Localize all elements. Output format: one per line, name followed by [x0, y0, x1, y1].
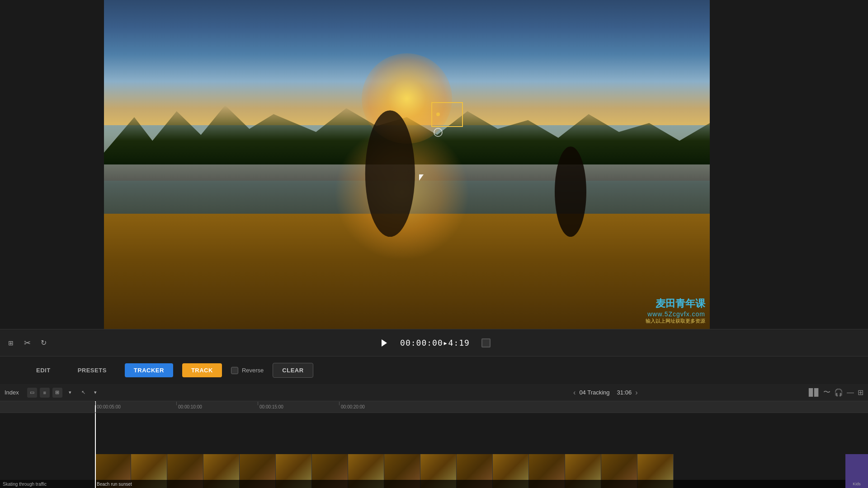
- ruler-mark-1: 00:00:10:00: [176, 404, 258, 409]
- reverse-checkbox[interactable]: [231, 367, 238, 374]
- right-panel: [710, 0, 868, 329]
- tab-tracker[interactable]: TRACKER: [125, 363, 173, 377]
- trim-icon[interactable]: ✂: [21, 337, 33, 349]
- timeline-header: Index ▭ ≡ ⊞ ▾ ↖ ▾ ‹ 04 Tracking 31:06 ›: [0, 384, 868, 401]
- audio-waveform-icon[interactable]: 〜: [823, 388, 830, 397]
- timeline-nav-inner: ‹ 04 Tracking 31:06 ›: [573, 389, 637, 397]
- clip-left-text: Skating through traffic: [3, 482, 47, 487]
- project-duration: 31:06: [617, 389, 632, 396]
- timeline-split-icon[interactable]: ⊞: [52, 388, 62, 398]
- next-page-icon[interactable]: ›: [635, 389, 637, 397]
- toolbar-left: ⊞ ✂ ↻: [5, 337, 50, 349]
- clip-left-label: Skating through traffic: [0, 480, 95, 488]
- controls-panel: EDIT PRESETS TRACKER TRACK Reverse CLEAR: [0, 356, 868, 384]
- bottom-toolbar: ⊞ ✂ ↻ 00:00:00▸4:19: [0, 329, 868, 356]
- app-container: 麦田青年课 www.5Zcgvfx.com 输入以上网址获取更多资源 ⊞ ✂ ↻…: [0, 0, 868, 488]
- tracker-box[interactable]: [431, 102, 463, 127]
- kids-clip-label: Kids: [853, 482, 861, 486]
- grid-icon[interactable]: ⊞: [858, 388, 863, 397]
- prev-page-icon[interactable]: ‹: [573, 389, 576, 397]
- timeline-header-left: Index ▭ ≡ ⊞ ▾ ↖ ▾: [5, 388, 402, 398]
- timeline-ruler: 00:00:05:00 00:00:10:00 00:00:15:00 00:0…: [0, 401, 868, 413]
- reverse-container: Reverse: [231, 367, 264, 374]
- timeline-right-icons: ▊▊ 〜 🎧 — ⊞: [809, 388, 863, 397]
- divider-icon: —: [847, 389, 854, 397]
- video-frame: 麦田青年课 www.5Zcgvfx.com 输入以上网址获取更多资源: [104, 0, 710, 329]
- film-strip-label: Beach run sunset: [95, 480, 868, 488]
- ruler-mark-3: 00:00:20:00: [339, 404, 420, 409]
- timeline-tracks: Skating through traffic Beach run sunset…: [0, 413, 868, 488]
- timeline-clip-icon[interactable]: ▭: [27, 388, 37, 398]
- clear-button[interactable]: CLEAR: [273, 363, 313, 378]
- project-name: 04 Tracking: [579, 389, 609, 396]
- reverse-label: Reverse: [242, 367, 264, 374]
- rotate-icon[interactable]: ↻: [37, 337, 50, 349]
- tab-edit[interactable]: EDIT: [27, 363, 60, 377]
- timeline-layer-icon[interactable]: ≡: [40, 388, 50, 398]
- video-area: 麦田青年课 www.5Zcgvfx.com 输入以上网址获取更多资源: [104, 0, 710, 329]
- scene-ground: [104, 214, 710, 329]
- tracker-search-ring: [434, 128, 443, 137]
- timecode-frame: 4:19: [448, 338, 470, 347]
- timecode-text: 00:00:00▸: [400, 338, 448, 347]
- timeline-nav: ‹ 04 Tracking 31:06 ›: [407, 389, 805, 397]
- timecode-display: 00:00:00▸4:19: [400, 338, 470, 347]
- timeline-dropdown-icon[interactable]: ▾: [65, 388, 75, 398]
- headphone-icon[interactable]: 🎧: [834, 388, 843, 397]
- tracker-center-point: [436, 113, 440, 116]
- ruler-marks: 00:00:05:00 00:00:10:00 00:00:15:00 00:0…: [95, 404, 420, 409]
- play-button[interactable]: [377, 336, 391, 350]
- index-label: Index: [5, 389, 19, 396]
- cursor-tool-icon[interactable]: ↖: [79, 388, 89, 398]
- left-panel: [0, 0, 104, 329]
- kids-clip: Kids: [845, 454, 868, 488]
- film-strip-text: Beach run sunset: [97, 482, 132, 487]
- timeline-playhead: [95, 413, 96, 488]
- timeline-area: Index ▭ ≡ ⊞ ▾ ↖ ▾ ‹ 04 Tracking 31:06 ›: [0, 384, 868, 488]
- timeline-header-icons: ▭ ≡ ⊞ ▾: [27, 388, 75, 398]
- tab-presets[interactable]: PRESETS: [69, 363, 116, 377]
- grid-view-icon[interactable]: ⊞: [5, 337, 17, 349]
- cursor-tool-area: ↖ ▾: [79, 388, 100, 398]
- ruler-mark-2: 00:00:15:00: [258, 404, 339, 409]
- cursor-dropdown-icon[interactable]: ▾: [90, 388, 100, 398]
- audio-levels-icon[interactable]: ▊▊: [809, 388, 820, 397]
- ruler-mark-0: 00:00:05:00: [95, 404, 176, 409]
- timecode-marker: [481, 338, 491, 347]
- track-button[interactable]: TRACK: [182, 363, 222, 377]
- top-area: 麦田青年课 www.5Zcgvfx.com 输入以上网址获取更多资源: [0, 0, 868, 329]
